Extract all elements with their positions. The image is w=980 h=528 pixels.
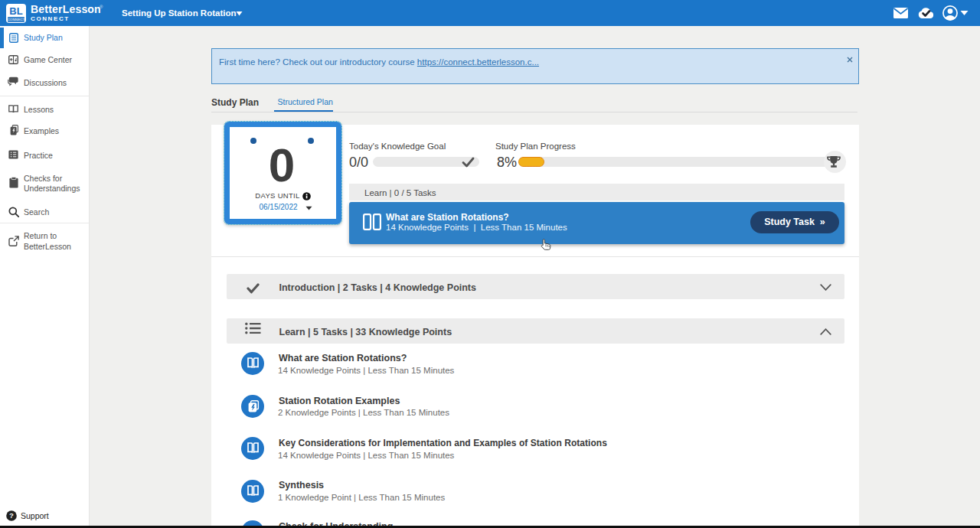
svg-text:CONNECT: CONNECT <box>8 18 24 21</box>
svg-text:?: ? <box>9 511 14 520</box>
